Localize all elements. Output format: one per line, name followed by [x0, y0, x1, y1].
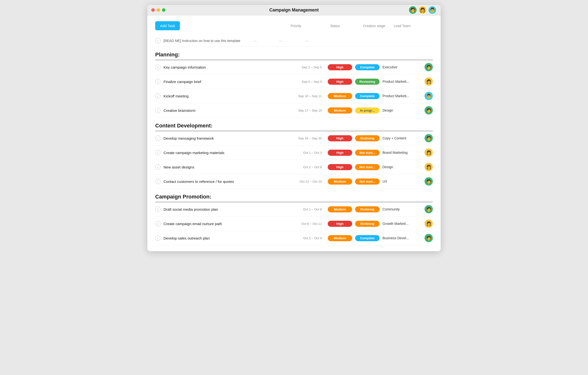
- table-row[interactable]: ✓ Key campaign information Sep 2 – Sep 5…: [155, 60, 433, 74]
- team-label: UX: [382, 179, 422, 183]
- task-date: Sep 17 – Sep 19: [290, 109, 322, 112]
- sections-container: Planning: ✓ Key campaign information Sep…: [155, 47, 433, 245]
- table-row[interactable]: ✓ Finalize campaign brief Sep 4 – Sep 9 …: [155, 74, 433, 89]
- section-0: Planning: ✓ Key campaign information Sep…: [155, 47, 433, 118]
- team-label: Design: [382, 108, 422, 112]
- avatar-3: 👨: [428, 6, 437, 14]
- task-name: Create campaign email nurture path: [163, 222, 287, 226]
- task-date: Oct 2 – Oct 9: [290, 236, 322, 240]
- task-name: Develop messaging framework: [163, 136, 287, 140]
- priority-badge: High: [328, 164, 352, 170]
- task-check-icon: ✓: [155, 135, 161, 141]
- status-badge: Not start...: [355, 178, 380, 185]
- status-header: Status: [316, 24, 355, 28]
- team-label: Copy + Content: [382, 136, 422, 140]
- creation-header: Creation stage: [355, 24, 394, 28]
- team-label: Product Marketi...: [382, 94, 422, 98]
- table-row[interactable]: ✓ Create campaign marketing materials Oc…: [155, 146, 433, 160]
- avatar: 🧑: [425, 134, 433, 142]
- priority-badge: Medium: [328, 235, 352, 241]
- status-badge: Outlining: [355, 206, 380, 212]
- dash-3: —: [305, 39, 308, 43]
- avatar: 👩: [425, 219, 433, 228]
- task-check-icon: ✓: [155, 179, 161, 184]
- priority-badge: Medium: [328, 93, 352, 99]
- fullscreen-button[interactable]: [162, 8, 165, 12]
- team-label: Brand Marketing: [382, 151, 422, 155]
- task-name: Key campaign information: [163, 65, 287, 69]
- priority-badge: High: [328, 64, 352, 70]
- task-check-icon: ✓: [155, 108, 161, 113]
- avatar: 👩: [425, 148, 433, 157]
- avatar: 👨: [425, 92, 433, 100]
- team-label: Executive: [382, 65, 422, 69]
- titlebar: Campaign Management 🧑 👩 👨: [147, 5, 441, 15]
- priority-badge: Medium: [328, 206, 352, 212]
- task-name: Creative brainstorm: [163, 108, 287, 113]
- task-check-icon: ✓: [155, 221, 161, 226]
- task-date: Oct 22 – Oct 24: [290, 180, 322, 183]
- task-name: Finalize campaign brief: [163, 80, 287, 84]
- avatar: 👩: [425, 77, 433, 86]
- dash-2: —: [279, 39, 282, 43]
- table-row[interactable]: ✓ Develop messaging framework Sep 16 – S…: [155, 131, 433, 146]
- readme-row[interactable]: ✓ [READ ME] Instruction on how to use th…: [155, 35, 433, 47]
- table-row[interactable]: ✓ Kickoff meeting Sep 10 – Sep 11 Medium…: [155, 89, 433, 103]
- priority-header: Priority: [276, 24, 316, 28]
- dash-1: —: [253, 39, 256, 43]
- avatar: 🧑: [425, 177, 433, 186]
- table-row[interactable]: ✓ New asset designs Oct 2 – Oct 8 High N…: [155, 160, 433, 174]
- status-badge: Complete: [355, 93, 380, 99]
- team-label: Product Marketi...: [382, 80, 422, 83]
- table-row[interactable]: ✓ Creative brainstorm Sep 17 – Sep 19 Me…: [155, 103, 433, 118]
- priority-badge: High: [328, 79, 352, 85]
- task-date: Sep 2 – Sep 5: [290, 65, 322, 69]
- task-date: Oct 2 – Oct 8: [290, 165, 322, 169]
- status-badge: Outlining: [355, 135, 380, 141]
- task-name: Kickoff meeting: [163, 94, 287, 98]
- team-label: Business Devel...: [382, 236, 422, 240]
- table-row[interactable]: ✓ Contact customers to reference / for q…: [155, 174, 433, 189]
- traffic-lights: [151, 8, 165, 12]
- add-task-button[interactable]: Add Task: [155, 21, 180, 30]
- table-row[interactable]: ✓ Draft social media promotion plan Oct …: [155, 202, 433, 217]
- table-row[interactable]: ✓ Create campaign email nurture path Oct…: [155, 217, 433, 231]
- task-check-icon: ✓: [155, 235, 161, 241]
- task-date: Sep 4 – Sep 9: [290, 80, 322, 83]
- task-name: Develop sales outreach plan: [163, 236, 287, 240]
- close-button[interactable]: [151, 8, 155, 12]
- minimize-button[interactable]: [157, 8, 160, 12]
- page-title: Campaign Management: [269, 8, 319, 13]
- task-name: Draft social media promotion plan: [163, 207, 287, 211]
- task-check-icon: ✓: [155, 64, 161, 70]
- section-header-0: Planning:: [155, 47, 433, 60]
- avatar: 👩: [425, 163, 433, 171]
- task-check-icon: ✓: [155, 93, 161, 99]
- priority-badge: High: [328, 135, 352, 141]
- task-check-icon: ✓: [155, 150, 161, 155]
- team-label: Design: [382, 165, 422, 169]
- app-window: Campaign Management 🧑 👩 👨 Add Task Prior…: [147, 5, 441, 251]
- avatar: 🧑: [425, 234, 433, 242]
- task-date: Oct 8 – Oct 11: [290, 222, 322, 226]
- status-badge: Outlining: [355, 221, 380, 227]
- task-date: Sep 10 – Sep 11: [290, 94, 322, 98]
- task-name: New asset designs: [163, 165, 287, 169]
- readme-text: [READ ME] Instruction on how to use this…: [163, 39, 240, 43]
- avatar: 🧑: [425, 63, 433, 71]
- priority-badge: High: [328, 150, 352, 156]
- task-check-icon: ✓: [155, 207, 161, 212]
- task-date: Sep 16 – Sep 20: [290, 136, 322, 140]
- task-date: Oct 1 – Oct 3: [290, 151, 322, 155]
- table-row[interactable]: ✓ Develop sales outreach plan Oct 2 – Oc…: [155, 231, 433, 245]
- task-name: Contact customers to reference / for quo…: [163, 179, 287, 184]
- team-header: Lead Team: [394, 24, 433, 28]
- team-label: Community: [382, 207, 422, 211]
- avatar-2: 👩: [418, 6, 427, 14]
- avatar-1: 🧑: [408, 6, 417, 14]
- status-badge: Not start...: [355, 150, 380, 156]
- team-label: Growth Marketi...: [382, 222, 422, 226]
- status-badge: In progr...: [355, 107, 380, 114]
- column-headers: Priority Status Creation stage Lead Team: [276, 24, 433, 28]
- section-1: Content Development: ✓ Develop messaging…: [155, 118, 433, 189]
